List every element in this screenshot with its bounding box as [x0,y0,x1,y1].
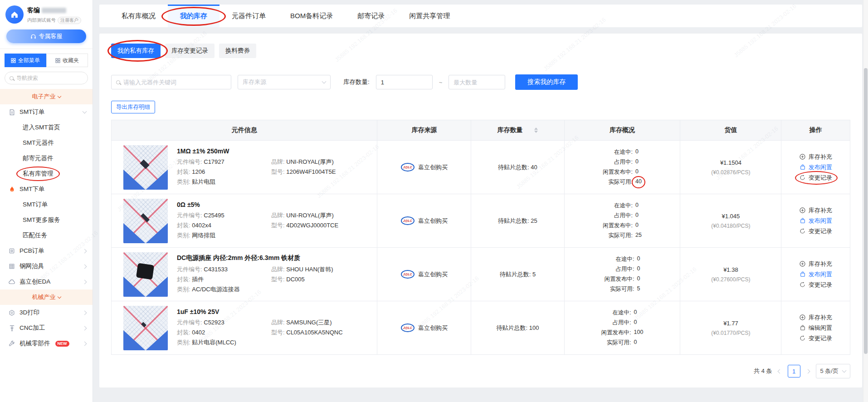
action-publish-idle[interactable]: 发布闲置 [800,163,832,172]
sidebar-item-mail-components[interactable]: 邮寄元器件 [0,151,93,166]
tab-private-library-overview[interactable]: 私有库概况 [109,5,168,27]
subtab-my-private-stock[interactable]: 我的私有库存 [111,44,161,58]
part-category: 网络排阻 [192,232,215,239]
part-title: 0Ω ±5% [177,201,338,208]
part-image[interactable] [123,306,168,350]
unit-value: (¥0.02876/PCS) [680,169,781,176]
qty-max-input[interactable] [454,79,500,86]
sidebar-item-smt-more-services[interactable]: SMT更多服务 [0,212,93,228]
subtab-material-vouchers[interactable]: 换料费券 [219,44,256,58]
pending-qty: 5 [532,271,536,278]
sidebar-item-cnc[interactable]: CNC加工 [0,320,93,336]
prev-page-button[interactable] [778,365,782,377]
action-change-records[interactable]: 变更记录 [800,227,832,235]
total-value: ¥1.045 [680,213,781,220]
search-icon [116,80,120,84]
qty-max-field[interactable] [449,75,505,89]
tab-my-inventory[interactable]: 我的库存 [168,5,219,27]
sidebar-item-smt-place-order[interactable]: SMT下单 [0,181,93,197]
stock-overview: 在途中:0 占用中:0 闲置发布中:100 实际可用:0 [601,309,644,347]
scrollbar-track[interactable] [863,0,868,402]
plus-circle-icon [800,314,806,320]
qty-min-input[interactable] [381,79,428,86]
action-replenish-stock[interactable]: 库存补充 [800,260,832,268]
part-model: 4D02WGJ0000TCE [286,222,338,229]
col-value: 货值 [680,120,781,141]
tab-component-orders[interactable]: 元器件订单 [219,5,278,27]
user-name-redacted [42,8,66,13]
bag-icon [800,218,806,224]
stock-source-select[interactable]: 库存来源 [238,75,331,89]
qty-min-field[interactable] [376,75,433,89]
sidebar-item-mechanical-parts[interactable]: 机械零部件NEW [0,336,93,351]
part-image[interactable] [123,199,168,243]
action-publish-idle[interactable]: 发布闲置 [800,217,832,225]
chevron-down-icon [322,79,327,84]
action-replenish-stock[interactable]: 库存补充 [800,153,832,161]
jlc-logo-icon: J@LC [401,216,414,225]
action-replenish-stock[interactable]: 库存补充 [800,206,832,215]
menu-tab-favorites[interactable]: 收藏夹 [46,54,88,67]
unit-value: (¥0.01770/PCS) [680,330,781,336]
unit-value: (¥0.04180/PCS) [680,223,781,229]
sidebar-item-smt-orders[interactable]: SMT订单 [0,197,93,212]
sidebar-item-pcb-order[interactable]: PCB订单 [0,243,93,259]
action-change-records[interactable]: 变更记录 [800,281,832,289]
sort-toggle[interactable] [534,127,538,133]
tab-mail-records[interactable]: 邮寄记录 [345,5,397,27]
stock-overview: 在途中:0 占用中:0 闲置发布中:0 实际可用:25 [603,202,642,240]
stock-overview: 在途中:0 占用中:0 闲置发布中:0 实际可用:40 [603,148,642,186]
sidebar-item-jlc-eda[interactable]: 嘉立创EDA [0,274,93,289]
sidebar-item-smt-order[interactable]: SMT订单 [0,104,93,120]
part-code: C25495 [204,212,224,219]
part-code: C431533 [204,266,228,273]
grid-icon [55,58,60,63]
part-image[interactable] [123,252,168,297]
part-title: 1MΩ ±1% 250mW [177,147,336,155]
sidebar-item-stencil[interactable]: 钢网治具 [0,259,93,274]
page-size-select[interactable]: 5 条/页 [816,364,850,378]
action-change-records[interactable]: 变更记录 [800,334,832,343]
tab-idle-share[interactable]: 闲置共享管理 [397,5,462,27]
sidebar-item-3d-print[interactable]: 3D打印 [0,305,93,320]
scrollbar-thumb[interactable] [864,68,868,354]
action-change-records[interactable]: 变更记录 [800,174,832,182]
dedicated-service-button[interactable]: 专属客服 [6,29,86,43]
section-mechanical[interactable]: 机械产业 [0,289,93,305]
page-number[interactable]: 1 [788,365,800,377]
part-image[interactable] [123,145,168,190]
search-inventory-button[interactable]: 搜索我的库存 [515,74,578,90]
menu-tab-all[interactable]: 全部菜单 [5,54,46,67]
plus-circle-icon [800,154,806,160]
user-panel: 客编 内部测试账号 注册客户 [0,0,93,27]
part-brand: UNI-ROYAL(厚声) [286,158,333,165]
keyword-input[interactable] [123,79,226,86]
bag-icon [800,271,806,277]
next-page-button[interactable] [806,365,810,377]
section-electronics[interactable]: 电子产业 [0,89,93,104]
chevron-right-icon [83,310,87,315]
stock-overview: 在途中:0 占用中:0 闲置发布中:0 实际可用:5 [604,255,640,293]
table-row: DC电源插座 内径:2mm 外径:6.3mm 铁材质 元件编号: C431533… [112,248,850,301]
main-content: 私有库概况 我的库存 元器件订单 BOM备料记录 邮寄记录 闲置共享管理 我的私… [93,0,863,402]
sidebar-item-smt-components[interactable]: SMT元器件 [0,135,93,151]
part-brand: SHOU HAN(首韩) [286,266,333,273]
export-inventory-button[interactable]: 导出库存明细 [111,101,155,113]
tab-bom-records[interactable]: BOM备料记录 [278,5,345,27]
range-tilde: ~ [439,79,443,86]
bag-icon [800,164,806,170]
refresh-icon [800,335,806,341]
part-title: DC电源插座 内径:2mm 外径:6.3mm 铁材质 [177,254,333,262]
chevron-right-icon [83,341,87,346]
action-publish-idle[interactable]: 发布闲置 [800,270,832,279]
home-icon [10,10,19,19]
sidebar-item-private-library[interactable]: 私有库管理 [0,166,93,181]
sidebar-item-match-tasks[interactable]: 匹配任务 [0,228,93,243]
keyword-search-field[interactable] [111,75,231,89]
sidebar-item-smt-home[interactable]: 进入SMT首页 [0,120,93,135]
nav-search-input[interactable]: 导航搜索 [5,72,88,84]
action-replenish-stock[interactable]: 库存补充 [800,314,832,322]
action-edit-idle[interactable]: 编辑闲置 [800,324,832,332]
chevron-down-icon [57,94,61,98]
subtab-stock-change-records[interactable]: 库存变更记录 [165,44,215,58]
